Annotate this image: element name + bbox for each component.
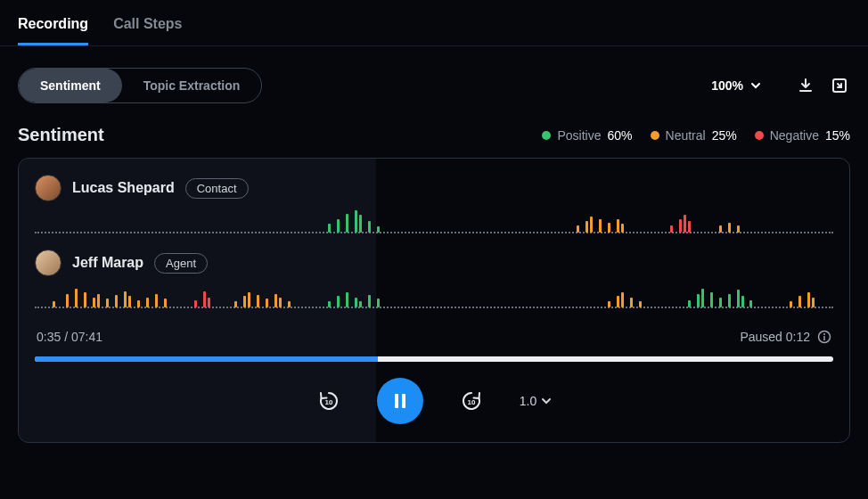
legend-neutral: Neutral 25% — [651, 128, 737, 143]
sentiment-legend: Positive 60% Neutral 25% Negative 15% — [542, 128, 850, 143]
speed-select[interactable]: 1.0 — [520, 394, 552, 408]
speaker-role-badge: Contact — [185, 178, 249, 199]
speaker-row-0: Lucas Shepard Contact — [35, 175, 833, 201]
svg-rect-5 — [395, 394, 398, 408]
legend-positive: Positive 60% — [542, 128, 632, 143]
dot-negative — [755, 131, 764, 140]
legend-negative: Negative 15% — [755, 128, 850, 143]
info-icon[interactable] — [817, 330, 831, 344]
chevron-down-icon — [750, 80, 761, 91]
waveform-bars-1 — [35, 282, 833, 307]
speaker-row-1: Jeff Marap Agent — [35, 250, 833, 276]
waveform-0[interactable] — [35, 209, 833, 233]
play-pause-button[interactable] — [377, 378, 423, 424]
pause-icon — [391, 392, 409, 410]
svg-text:10: 10 — [467, 398, 475, 406]
dot-positive — [542, 131, 551, 140]
toolbar: Sentiment Topic Extraction 100% — [0, 46, 868, 103]
progress-fill — [35, 356, 378, 362]
section-title: Sentiment — [18, 125, 104, 145]
svg-point-2 — [823, 333, 825, 335]
time-display: 0:35 / 07:41 — [37, 330, 102, 344]
speaker-role-badge: Agent — [154, 253, 208, 274]
forward-icon: 10 — [459, 389, 484, 413]
progress-bar[interactable] — [35, 356, 833, 362]
expand-icon — [831, 77, 848, 94]
svg-rect-3 — [823, 336, 825, 340]
time-row: 0:35 / 07:41 Paused 0:12 — [35, 324, 833, 349]
main-tabs: Recording Call Steps — [0, 0, 868, 46]
zoom-value: 100% — [711, 78, 743, 93]
svg-rect-6 — [402, 394, 405, 408]
tab-call-steps[interactable]: Call Steps — [113, 16, 182, 45]
speaker-name: Jeff Marap — [72, 255, 143, 271]
rewind-10-button[interactable]: 10 — [316, 389, 341, 413]
playback-controls: 10 10 1.0 — [35, 378, 833, 424]
download-button[interactable] — [795, 75, 816, 96]
tab-recording[interactable]: Recording — [18, 16, 88, 45]
segment-sentiment[interactable]: Sentiment — [19, 69, 122, 102]
analysis-segment: Sentiment Topic Extraction — [18, 68, 262, 103]
avatar — [35, 250, 61, 276]
zoom-select[interactable]: 100% — [711, 78, 761, 93]
waveform-panel: Lucas Shepard Contact Jeff Marap Agent 0… — [18, 158, 850, 443]
avatar — [35, 175, 61, 201]
waveform-bars-0 — [35, 208, 833, 233]
expand-button[interactable] — [829, 75, 850, 96]
speaker-name: Lucas Shepard — [72, 180, 175, 196]
playback-status: Paused 0:12 — [740, 330, 810, 344]
chevron-down-icon — [541, 396, 552, 406]
rewind-icon: 10 — [316, 389, 341, 413]
speed-value: 1.0 — [520, 394, 536, 408]
forward-10-button[interactable]: 10 — [459, 389, 484, 413]
dot-neutral — [651, 131, 659, 140]
svg-text:10: 10 — [324, 398, 332, 406]
section-header: Sentiment Positive 60% Neutral 25% Negat… — [0, 103, 868, 158]
download-icon — [797, 77, 815, 94]
waveform-1[interactable] — [35, 283, 833, 308]
segment-topic-extraction[interactable]: Topic Extraction — [122, 69, 262, 102]
